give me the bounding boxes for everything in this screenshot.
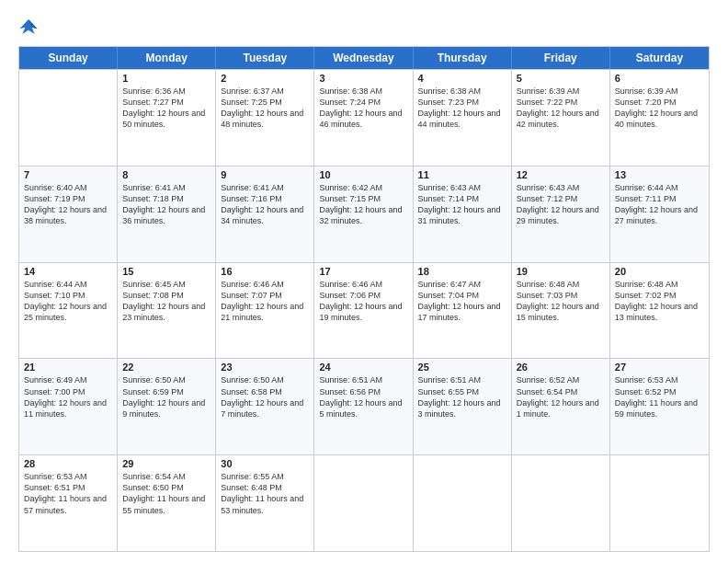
cell-info: Sunrise: 6:54 AM Sunset: 6:50 PM Dayligh… (122, 471, 210, 516)
calendar-cell-17: 17Sunrise: 6:46 AM Sunset: 7:06 PM Dayli… (314, 263, 413, 359)
calendar-cell-30: 30Sunrise: 6:55 AM Sunset: 6:48 PM Dayli… (216, 455, 314, 551)
cell-info: Sunrise: 6:50 AM Sunset: 6:58 PM Dayligh… (221, 374, 309, 419)
day-number: 20 (615, 266, 704, 277)
cell-info: Sunrise: 6:43 AM Sunset: 7:12 PM Dayligh… (517, 182, 605, 227)
cell-info: Sunrise: 6:37 AM Sunset: 7:25 PM Dayligh… (221, 86, 309, 131)
calendar-row-2: 14Sunrise: 6:44 AM Sunset: 7:10 PM Dayli… (19, 262, 709, 359)
day-number: 23 (221, 362, 309, 373)
day-number: 5 (517, 73, 605, 84)
calendar-cell-2: 2Sunrise: 6:37 AM Sunset: 7:25 PM Daylig… (216, 70, 314, 166)
calendar-body: 1Sunrise: 6:36 AM Sunset: 7:27 PM Daylig… (19, 69, 709, 551)
weekday-header-saturday: Saturday (610, 47, 709, 69)
calendar-cell-empty-3 (314, 455, 413, 551)
cell-info: Sunrise: 6:48 AM Sunset: 7:02 PM Dayligh… (615, 279, 704, 324)
page: SundayMondayTuesdayWednesdayThursdayFrid… (0, 0, 728, 563)
day-number: 28 (24, 458, 112, 469)
calendar-cell-22: 22Sunrise: 6:50 AM Sunset: 6:59 PM Dayli… (118, 359, 216, 454)
day-number: 27 (615, 362, 704, 373)
calendar-cell-6: 6Sunrise: 6:39 AM Sunset: 7:20 PM Daylig… (610, 70, 709, 166)
calendar-cell-7: 7Sunrise: 6:40 AM Sunset: 7:19 PM Daylig… (19, 167, 118, 262)
cell-info: Sunrise: 6:46 AM Sunset: 7:06 PM Dayligh… (319, 279, 407, 324)
calendar-cell-29: 29Sunrise: 6:54 AM Sunset: 6:50 PM Dayli… (118, 455, 216, 551)
day-number: 8 (122, 169, 210, 180)
day-number: 2 (221, 73, 309, 84)
day-number: 1 (122, 73, 210, 84)
cell-info: Sunrise: 6:45 AM Sunset: 7:08 PM Dayligh… (122, 279, 210, 324)
day-number: 9 (221, 169, 309, 180)
calendar-cell-11: 11Sunrise: 6:43 AM Sunset: 7:14 PM Dayli… (414, 167, 512, 262)
day-number: 10 (319, 169, 407, 180)
cell-info: Sunrise: 6:47 AM Sunset: 7:04 PM Dayligh… (418, 279, 506, 324)
cell-info: Sunrise: 6:36 AM Sunset: 7:27 PM Dayligh… (122, 86, 210, 131)
calendar-cell-4: 4Sunrise: 6:38 AM Sunset: 7:23 PM Daylig… (414, 70, 512, 166)
weekday-header-wednesday: Wednesday (314, 47, 413, 69)
calendar-cell-19: 19Sunrise: 6:48 AM Sunset: 7:03 PM Dayli… (512, 263, 610, 359)
calendar-cell-15: 15Sunrise: 6:45 AM Sunset: 7:08 PM Dayli… (118, 263, 216, 359)
calendar-cell-5: 5Sunrise: 6:39 AM Sunset: 7:22 PM Daylig… (512, 70, 610, 166)
day-number: 17 (319, 266, 407, 277)
calendar-cell-25: 25Sunrise: 6:51 AM Sunset: 6:55 PM Dayli… (414, 359, 512, 454)
calendar-header: SundayMondayTuesdayWednesdayThursdayFrid… (19, 47, 709, 69)
day-number: 22 (122, 362, 210, 373)
cell-info: Sunrise: 6:38 AM Sunset: 7:24 PM Dayligh… (319, 86, 407, 131)
calendar: SundayMondayTuesdayWednesdayThursdayFrid… (18, 46, 710, 552)
weekday-header-tuesday: Tuesday (216, 47, 314, 69)
calendar-cell-empty-5 (512, 455, 610, 551)
calendar-cell-13: 13Sunrise: 6:44 AM Sunset: 7:11 PM Dayli… (610, 167, 709, 262)
cell-info: Sunrise: 6:39 AM Sunset: 7:22 PM Dayligh… (517, 86, 605, 131)
calendar-cell-9: 9Sunrise: 6:41 AM Sunset: 7:16 PM Daylig… (216, 167, 314, 262)
cell-info: Sunrise: 6:38 AM Sunset: 7:23 PM Dayligh… (418, 86, 506, 131)
calendar-cell-23: 23Sunrise: 6:50 AM Sunset: 6:58 PM Dayli… (216, 359, 314, 454)
day-number: 12 (517, 169, 605, 180)
calendar-cell-28: 28Sunrise: 6:53 AM Sunset: 6:51 PM Dayli… (19, 455, 118, 551)
cell-info: Sunrise: 6:53 AM Sunset: 6:52 PM Dayligh… (615, 374, 704, 419)
day-number: 13 (615, 169, 704, 180)
calendar-row-4: 28Sunrise: 6:53 AM Sunset: 6:51 PM Dayli… (19, 454, 709, 551)
day-number: 24 (319, 362, 407, 373)
calendar-cell-empty-4 (414, 455, 512, 551)
day-number: 21 (24, 362, 112, 373)
day-number: 3 (319, 73, 407, 84)
calendar-cell-1: 1Sunrise: 6:36 AM Sunset: 7:27 PM Daylig… (118, 70, 216, 166)
day-number: 25 (418, 362, 506, 373)
day-number: 11 (418, 169, 506, 180)
calendar-cell-8: 8Sunrise: 6:41 AM Sunset: 7:18 PM Daylig… (118, 167, 216, 262)
calendar-cell-26: 26Sunrise: 6:52 AM Sunset: 6:54 PM Dayli… (512, 359, 610, 454)
day-number: 26 (517, 362, 605, 373)
calendar-cell-3: 3Sunrise: 6:38 AM Sunset: 7:24 PM Daylig… (314, 70, 413, 166)
header (18, 17, 710, 37)
cell-info: Sunrise: 6:41 AM Sunset: 7:16 PM Dayligh… (221, 182, 309, 227)
cell-info: Sunrise: 6:43 AM Sunset: 7:14 PM Dayligh… (418, 182, 506, 227)
day-number: 14 (24, 266, 112, 277)
cell-info: Sunrise: 6:42 AM Sunset: 7:15 PM Dayligh… (319, 182, 407, 227)
calendar-cell-20: 20Sunrise: 6:48 AM Sunset: 7:02 PM Dayli… (610, 263, 709, 359)
weekday-header-monday: Monday (118, 47, 216, 69)
cell-info: Sunrise: 6:51 AM Sunset: 6:55 PM Dayligh… (418, 374, 506, 419)
day-number: 30 (221, 458, 309, 469)
day-number: 16 (221, 266, 309, 277)
cell-info: Sunrise: 6:48 AM Sunset: 7:03 PM Dayligh… (517, 279, 605, 324)
calendar-row-0: 1Sunrise: 6:36 AM Sunset: 7:27 PM Daylig… (19, 69, 709, 166)
cell-info: Sunrise: 6:49 AM Sunset: 7:00 PM Dayligh… (24, 374, 112, 419)
calendar-cell-27: 27Sunrise: 6:53 AM Sunset: 6:52 PM Dayli… (610, 359, 709, 454)
cell-info: Sunrise: 6:40 AM Sunset: 7:19 PM Dayligh… (24, 182, 112, 227)
day-number: 15 (122, 266, 210, 277)
cell-info: Sunrise: 6:46 AM Sunset: 7:07 PM Dayligh… (221, 279, 309, 324)
cell-info: Sunrise: 6:50 AM Sunset: 6:59 PM Dayligh… (122, 374, 210, 419)
day-number: 18 (418, 266, 506, 277)
day-number: 6 (615, 73, 704, 84)
calendar-cell-24: 24Sunrise: 6:51 AM Sunset: 6:56 PM Dayli… (314, 359, 413, 454)
cell-info: Sunrise: 6:52 AM Sunset: 6:54 PM Dayligh… (517, 374, 605, 419)
weekday-header-sunday: Sunday (19, 47, 118, 69)
cell-info: Sunrise: 6:41 AM Sunset: 7:18 PM Dayligh… (122, 182, 210, 227)
weekday-header-thursday: Thursday (414, 47, 512, 69)
calendar-cell-10: 10Sunrise: 6:42 AM Sunset: 7:15 PM Dayli… (314, 167, 413, 262)
calendar-cell-empty-0 (19, 70, 118, 166)
calendar-cell-16: 16Sunrise: 6:46 AM Sunset: 7:07 PM Dayli… (216, 263, 314, 359)
calendar-cell-empty-6 (610, 455, 709, 551)
calendar-cell-18: 18Sunrise: 6:47 AM Sunset: 7:04 PM Dayli… (414, 263, 512, 359)
logo-icon (18, 17, 39, 37)
cell-info: Sunrise: 6:51 AM Sunset: 6:56 PM Dayligh… (319, 374, 407, 419)
calendar-cell-12: 12Sunrise: 6:43 AM Sunset: 7:12 PM Dayli… (512, 167, 610, 262)
cell-info: Sunrise: 6:55 AM Sunset: 6:48 PM Dayligh… (221, 471, 309, 516)
